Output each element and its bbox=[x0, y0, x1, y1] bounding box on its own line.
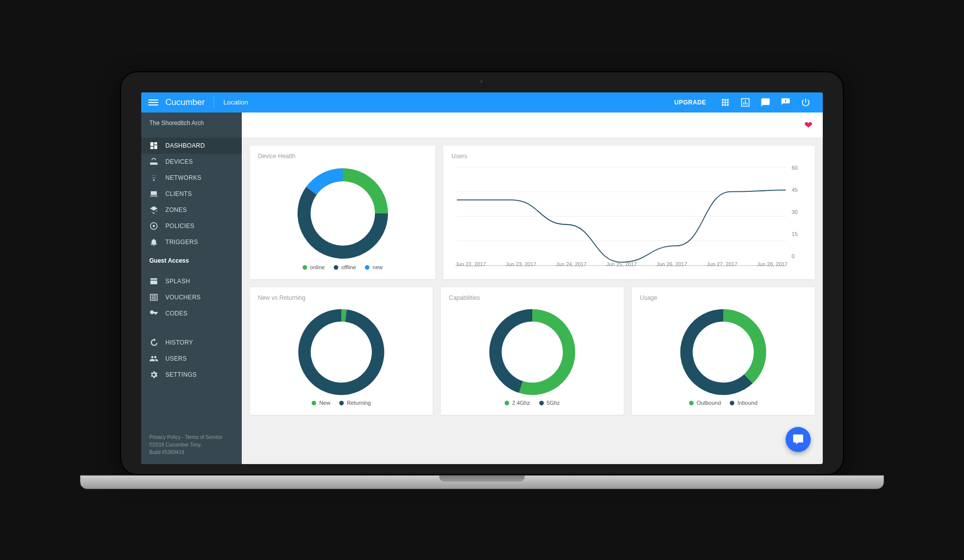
card-device-health: Device Health onlineofflinenew bbox=[250, 146, 435, 279]
legend-item: Inbound bbox=[730, 400, 757, 406]
divider bbox=[214, 97, 214, 108]
main-content: ❤ Device Health onlineofflinenew bbox=[242, 113, 823, 464]
laptop-mock: Cucumber Location UPGRADE The Shoreditch… bbox=[120, 71, 844, 489]
svg-point-1 bbox=[153, 225, 155, 227]
history-icon bbox=[149, 338, 158, 347]
card-title: Device Health bbox=[258, 153, 427, 160]
card-title: Users bbox=[451, 153, 807, 160]
sidebar-item-history[interactable]: HISTORY bbox=[141, 334, 242, 351]
sidebar-item-label: DEVICES bbox=[165, 158, 193, 165]
sidebar-item-label: SPLASH bbox=[165, 278, 190, 285]
web-icon bbox=[149, 277, 158, 286]
app-brand: Cucumber bbox=[165, 97, 205, 107]
legend-item: offline bbox=[334, 264, 356, 270]
legend-item: 2.4Ghz bbox=[505, 400, 530, 406]
legend-item: New bbox=[312, 400, 330, 406]
list-icon bbox=[149, 293, 158, 302]
top-bar: Cucumber Location UPGRADE bbox=[141, 92, 823, 113]
footer-build: Build #5369419 bbox=[149, 449, 234, 456]
breadcrumb[interactable]: Location bbox=[223, 98, 248, 106]
card-title: New vs Returning bbox=[258, 294, 425, 301]
announcement-icon[interactable] bbox=[781, 97, 791, 107]
sidebar-item-label: DASHBOARD bbox=[165, 142, 205, 149]
gear-icon bbox=[149, 370, 158, 379]
chat-icon[interactable] bbox=[760, 97, 770, 107]
sidebar-item-triggers[interactable]: TRIGGERS bbox=[141, 234, 242, 250]
usage-legend: OutboundInbound bbox=[640, 400, 807, 406]
sidebar: The Shoreditch Arch DASHBOARD DEVICES bbox=[141, 113, 242, 464]
sidebar-item-label: CODES bbox=[165, 310, 187, 317]
poll-icon[interactable] bbox=[740, 97, 750, 107]
sidebar-item-networks[interactable]: NETWORKS bbox=[141, 170, 242, 186]
policy-icon bbox=[149, 221, 158, 231]
sidebar-item-devices[interactable]: DEVICES bbox=[141, 154, 242, 170]
sidebar-item-label: HISTORY bbox=[165, 339, 193, 346]
sidebar-location: The Shoreditch Arch bbox=[141, 113, 242, 134]
sidebar-item-label: NETWORKS bbox=[165, 174, 202, 181]
bell-icon bbox=[149, 238, 158, 247]
sidebar-section-title: Guest Access bbox=[141, 252, 242, 269]
card-new-vs-returning: New vs Returning NewReturning bbox=[250, 287, 433, 415]
sidebar-item-users[interactable]: USERS bbox=[141, 351, 242, 367]
sidebar-item-policies[interactable]: POLICIES bbox=[141, 218, 242, 234]
sidebar-item-label: CLIENTS bbox=[165, 190, 192, 197]
apps-icon[interactable] bbox=[720, 97, 730, 107]
sidebar-item-clients[interactable]: CLIENTS bbox=[141, 186, 242, 202]
sidebar-footer: Privacy Policy - Terms of Service ©2016 … bbox=[141, 428, 242, 464]
sidebar-item-label: SETTINGS bbox=[165, 371, 197, 378]
card-usage: Usage OutboundInbound bbox=[632, 287, 815, 415]
camera-dot bbox=[479, 79, 485, 84]
page-header: ❤ bbox=[242, 113, 823, 138]
card-users: Users 604530150 Jun 22, 2017Jun 23, 2017… bbox=[443, 146, 815, 279]
key-icon bbox=[149, 309, 158, 318]
people-icon bbox=[149, 354, 158, 363]
capabilities-chart bbox=[485, 304, 580, 400]
card-title: Capabilities bbox=[449, 294, 616, 301]
power-icon[interactable] bbox=[801, 97, 811, 107]
capabilities-legend: 2.4Ghz5Ghz bbox=[449, 400, 616, 406]
dashboard-icon bbox=[149, 141, 158, 150]
sidebar-item-label: USERS bbox=[165, 355, 187, 362]
menu-icon[interactable] bbox=[148, 99, 158, 105]
sidebar-item-zones[interactable]: ZONES bbox=[141, 202, 242, 218]
legend-item: Returning bbox=[339, 400, 371, 406]
nvr-legend: NewReturning bbox=[258, 400, 425, 406]
footer-copyright: ©2016 Cucumber Tony. bbox=[149, 441, 234, 449]
sidebar-item-codes[interactable]: CODES bbox=[141, 305, 242, 321]
nvr-chart bbox=[294, 304, 389, 400]
sidebar-item-splash[interactable]: SPLASH bbox=[141, 273, 242, 289]
legend-item: 5Ghz bbox=[539, 400, 560, 406]
device-health-chart bbox=[293, 163, 393, 264]
legend-item: Outbound bbox=[689, 400, 721, 406]
card-capabilities: Capabilities 2.4Ghz5Ghz bbox=[441, 287, 624, 415]
legend-item: new bbox=[365, 264, 382, 270]
heart-icon[interactable]: ❤ bbox=[804, 119, 813, 131]
sidebar-item-label: TRIGGERS bbox=[165, 239, 198, 246]
legend-item: online bbox=[303, 264, 325, 270]
usage-chart bbox=[676, 304, 771, 400]
intercom-fab[interactable] bbox=[786, 427, 811, 452]
sidebar-item-dashboard[interactable]: DASHBOARD bbox=[141, 138, 242, 154]
sidebar-item-settings[interactable]: SETTINGS bbox=[141, 367, 242, 383]
users-line-chart: 604530150 Jun 22, 2017Jun 23, 2017Jun 24… bbox=[453, 165, 790, 270]
sidebar-item-label: ZONES bbox=[165, 206, 187, 213]
intercom-icon bbox=[792, 433, 804, 445]
footer-links[interactable]: Privacy Policy - Terms of Service bbox=[149, 433, 234, 441]
sidebar-item-label: VOUCHERS bbox=[165, 294, 201, 301]
device-health-legend: onlineofflinenew bbox=[258, 264, 427, 270]
laptop-icon bbox=[149, 189, 158, 198]
sidebar-item-vouchers[interactable]: VOUCHERS bbox=[141, 289, 242, 305]
wifi-icon bbox=[149, 173, 158, 182]
sidebar-item-label: POLICIES bbox=[165, 222, 195, 230]
router-icon bbox=[149, 157, 158, 166]
card-title: Usage bbox=[640, 294, 807, 301]
layers-icon bbox=[149, 205, 158, 214]
upgrade-button[interactable]: UPGRADE bbox=[674, 99, 706, 106]
